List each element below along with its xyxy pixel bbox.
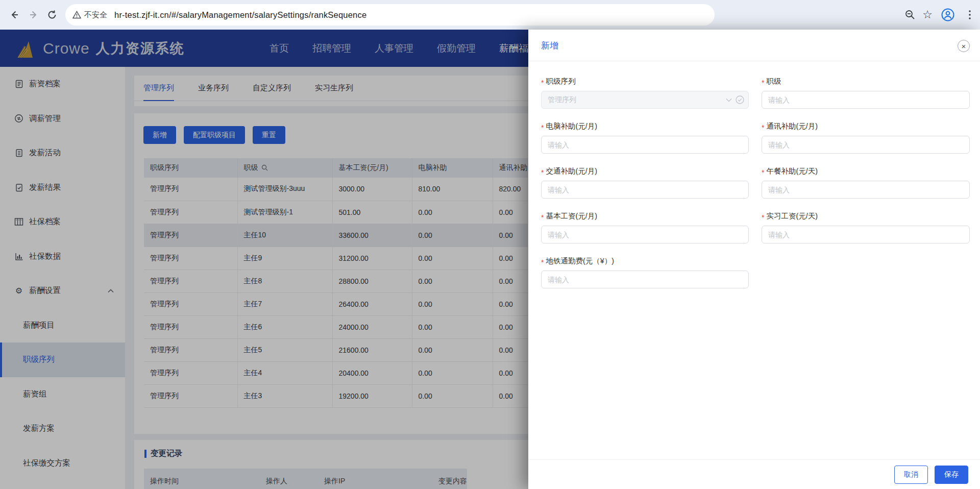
site-security-chip[interactable]: 不安全 <box>72 10 107 20</box>
browser-reload-icon[interactable] <box>44 7 60 23</box>
save-button[interactable]: 保存 <box>935 466 968 484</box>
drawer-footer: 取消 保存 <box>528 459 980 489</box>
chrome-menu-icon[interactable] <box>960 10 980 19</box>
browser-forward-icon[interactable] <box>26 7 42 23</box>
drawer-header: 新增 × <box>528 30 980 61</box>
field-lunch-allowance: *午餐补助(元/天) <box>762 166 970 199</box>
metro-commute-fee-input[interactable] <box>541 271 749 288</box>
close-icon[interactable]: × <box>958 40 970 52</box>
field-intern-salary: *实习工资(元/天) <box>762 211 970 243</box>
security-label: 不安全 <box>84 10 107 20</box>
base-salary-input[interactable] <box>541 226 749 243</box>
field-rank-sequence: *职级序列 管理序列 <box>541 77 749 109</box>
profile-avatar-icon[interactable] <box>936 8 960 21</box>
app-page: Crowe 人力资源系统 首页 招聘管理 人事管理 假勤管理 薪酬福利 薪资档案… <box>0 30 980 489</box>
field-base-salary: *基本工资(元/月) <box>541 211 749 243</box>
cancel-button[interactable]: 取消 <box>894 466 928 484</box>
warning-icon <box>72 11 81 19</box>
address-bar[interactable]: 不安全 hr-test.zjf-it.cn/#/salaryManagement… <box>65 4 715 26</box>
transport-allowance-input[interactable] <box>541 181 749 199</box>
field-computer-allowance: *电脑补助(元/月) <box>541 121 749 154</box>
chevron-down-icon <box>726 98 732 102</box>
add-rank-form: *职级序列 管理序列 *职级 *电脑补助(元/月) *通讯补助(元/月) <box>528 61 980 288</box>
rank-input[interactable] <box>762 91 970 109</box>
url-text: hr-test.zjf-it.cn/#/salaryManagement/sal… <box>114 10 366 20</box>
rank-sequence-select[interactable]: 管理序列 <box>541 91 749 109</box>
check-circle-icon <box>736 95 744 104</box>
lunch-allowance-input[interactable] <box>762 181 970 199</box>
field-transport-allowance: *交通补助(元/月) <box>541 166 749 199</box>
zoom-out-icon[interactable] <box>901 9 919 20</box>
required-asterisk: * <box>541 79 544 87</box>
telecom-allowance-input[interactable] <box>762 136 970 154</box>
field-metro-commute-fee: *地铁通勤费(元（¥）) <box>541 256 749 288</box>
field-telecom-allowance: *通讯补助(元/月) <box>762 121 970 154</box>
intern-salary-input[interactable] <box>762 226 970 243</box>
browser-toolbar: 不安全 hr-test.zjf-it.cn/#/salaryManagement… <box>0 0 980 30</box>
field-rank: *职级 <box>762 77 970 109</box>
add-rank-drawer: 新增 × *职级序列 管理序列 *职级 *电脑补助(元/月) <box>528 30 980 489</box>
browser-back-icon[interactable] <box>6 7 22 23</box>
bookmark-star-icon[interactable]: ☆ <box>919 8 936 21</box>
drawer-title: 新增 <box>541 40 558 52</box>
computer-allowance-input[interactable] <box>541 136 749 154</box>
